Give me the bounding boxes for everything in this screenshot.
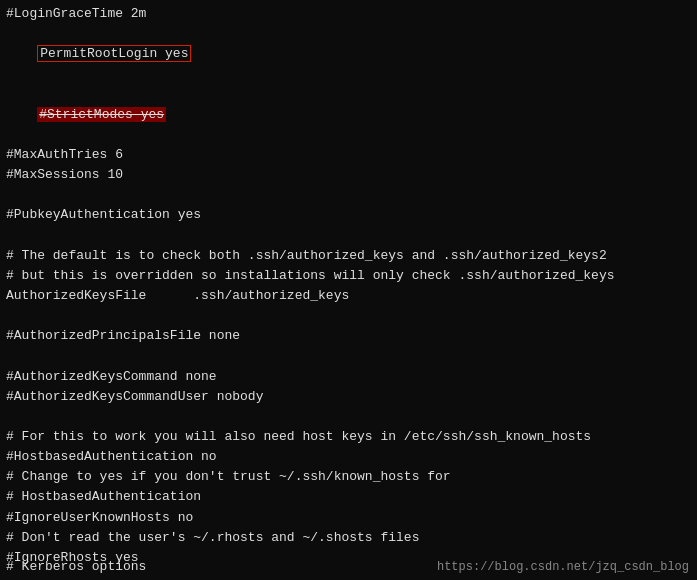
line-blank3 [6,306,691,326]
line-hostbasedauth: #HostbasedAuthentication no [6,447,691,467]
line-overridden: # but this is overridden so installation… [6,266,691,286]
line-logingracetime: #LoginGraceTime 2m [6,4,691,24]
line-hostkeys: # For this to work you will also need ho… [6,427,691,447]
line-blank4 [6,346,691,366]
watermark: https://blog.csdn.net/jzq_csdn_blog [437,560,689,574]
line-pubkeyauth: #PubkeyAuthentication yes [6,205,691,225]
terminal: #LoginGraceTime 2m PermitRootLogin yes #… [0,0,697,580]
line-permitrootlogin: PermitRootLogin yes [6,24,691,84]
line-default-check: # The default is to check both .ssh/auth… [6,246,691,266]
line-authorizedkeyscommand: #AuthorizedKeysCommand none [6,367,691,387]
line-authorizedprincipals: #AuthorizedPrincipalsFile none [6,326,691,346]
strictmodes-highlight: #StrictModes yes [37,107,166,122]
line-dont-read: # Don't read the user's ~/.rhosts and ~/… [6,528,691,548]
line-authorizedkeysfile: AuthorizedKeysFile .ssh/authorized_keys [6,286,691,306]
line-authorizedkeyscommanduser: #AuthorizedKeysCommandUser nobody [6,387,691,407]
line-blank2 [6,226,691,246]
line-ignoreuserknownhosts: #IgnoreUserKnownHosts no [6,508,691,528]
line-change-to-yes: # Change to yes if you don't trust ~/.ss… [6,467,691,487]
line-hostbasedauth2: # HostbasedAuthentication [6,487,691,507]
line-maxauthtries: #MaxAuthTries 6 [6,145,691,165]
line-blank1 [6,185,691,205]
kerberos-line: # Kerberos options [6,559,146,574]
line-strictmodes: #StrictModes yes [6,85,691,145]
line-maxsessions: #MaxSessions 10 [6,165,691,185]
permitrootlogin-box: PermitRootLogin yes [37,45,191,62]
line-blank5 [6,407,691,427]
